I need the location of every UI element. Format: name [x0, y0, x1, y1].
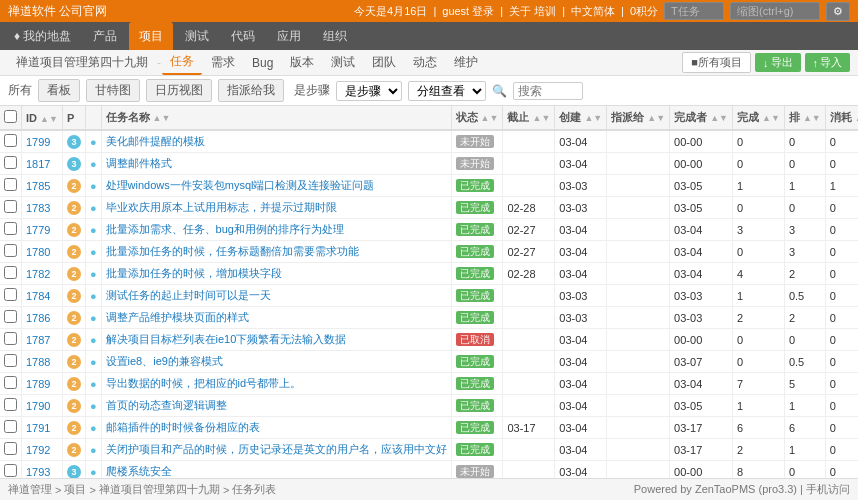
row-name[interactable]: 首页的动态查询逻辑调整 — [101, 395, 451, 417]
row-name[interactable]: 处理windows一件安装包mysql端口检测及连接验证问题 — [101, 175, 451, 197]
nav-code[interactable]: 代码 — [221, 22, 265, 50]
task-name-link[interactable]: 美化邮件提醒的模板 — [106, 135, 205, 147]
tab-kanban[interactable]: 看板 — [38, 79, 80, 102]
export-button[interactable]: ↓ 导出 — [755, 53, 801, 72]
subnav-version[interactable]: 版本 — [282, 51, 322, 74]
task-name-link[interactable]: 批量添加任务的时候，增加模块字段 — [106, 267, 282, 279]
header-consumed[interactable]: 消耗 ▲▼ — [825, 106, 858, 130]
row-name[interactable]: 调整产品维护模块页面的样式 — [101, 307, 451, 329]
task-name-link[interactable]: 设置ie8、ie9的兼容模式 — [106, 355, 223, 367]
task-name-link[interactable]: 调整邮件格式 — [106, 157, 172, 169]
subnav-team[interactable]: 团队 — [364, 51, 404, 74]
row-name[interactable]: 批量添加需求、任务、bug和用例的排序行为处理 — [101, 219, 451, 241]
header-deadline[interactable]: 截止 ▲▼ — [503, 106, 555, 130]
user-label[interactable]: guest 登录 — [442, 4, 494, 19]
header-id[interactable]: ID ▲▼ — [22, 106, 63, 130]
task-name-link[interactable]: 解决项目目标栏列表在ie10下频繁看无法输入数据 — [106, 333, 347, 345]
breadcrumb-project[interactable]: 项目 — [64, 482, 86, 497]
row-name[interactable]: 调整邮件格式 — [101, 153, 451, 175]
import-button[interactable]: ↑ 导入 — [805, 53, 851, 72]
row-name[interactable]: 测试任务的起止封时间可以是一天 — [101, 285, 451, 307]
header-complete[interactable]: 完成 ▲▼ — [733, 106, 785, 130]
row-checkbox[interactable] — [0, 153, 22, 175]
row-name[interactable]: 批量添加任务的时候，任务标题翻倍加需要需求功能 — [101, 241, 451, 263]
row-checkbox[interactable] — [0, 417, 22, 439]
row-checkbox[interactable] — [0, 219, 22, 241]
group-select[interactable]: 分组查看 按状态 按指派人 — [408, 81, 486, 101]
nav-apps[interactable]: 应用 — [267, 22, 311, 50]
subnav-testitem[interactable]: 测试 — [323, 51, 363, 74]
task-name-link[interactable]: 毕业欢庆用原本上试用用标志，并提示过期时限 — [106, 201, 337, 213]
header-created[interactable]: 创建 ▲▼ — [555, 106, 607, 130]
tab-calendar[interactable]: 日历视图 — [146, 79, 212, 102]
header-checkbox[interactable] — [0, 106, 22, 130]
row-name[interactable]: 导出数据的时候，把相应的id号都带上。 — [101, 373, 451, 395]
task-name-link[interactable]: 关闭护项目和产品的时候，历史记录还是英文的用户名，应该用中文好 — [106, 443, 447, 455]
task-name-link[interactable]: 批量添加任务的时候，任务标题翻倍加需要需求功能 — [106, 245, 359, 257]
row-checkbox[interactable] — [0, 285, 22, 307]
header-rank[interactable]: 排 ▲▼ — [784, 106, 825, 130]
select-all-checkbox[interactable] — [4, 110, 17, 123]
task-name-link[interactable]: 爬楼系统安全 — [106, 465, 172, 477]
header-finisher[interactable]: 完成者 ▲▼ — [670, 106, 733, 130]
subnav-requirement[interactable]: 需求 — [203, 51, 243, 74]
row-checkbox[interactable] — [0, 263, 22, 285]
subnav-task[interactable]: 任务 — [162, 50, 202, 75]
mobile-link[interactable]: 手机访问 — [806, 483, 850, 495]
tab-gantt[interactable]: 甘特图 — [86, 79, 140, 102]
row-name[interactable]: 设置ie8、ie9的兼容模式 — [101, 351, 451, 373]
row-name[interactable]: 爬楼系统安全 — [101, 461, 451, 479]
row-checkbox[interactable] — [0, 197, 22, 219]
nav-org[interactable]: 组织 — [313, 22, 357, 50]
row-checkbox[interactable] — [0, 351, 22, 373]
row-name[interactable]: 批量添加任务的时候，增加模块字段 — [101, 263, 451, 285]
breadcrumb-project-name[interactable]: 禅道项目管理第四十九期 — [99, 482, 220, 497]
tab-assignedme[interactable]: 指派给我 — [218, 79, 284, 102]
row-name[interactable]: 毕业欢庆用原本上试用用标志，并提示过期时限 — [101, 197, 451, 219]
status-sort-icon: ▲▼ — [481, 113, 499, 123]
task-search-input[interactable] — [664, 2, 724, 20]
task-name-link[interactable]: 测试任务的起止封时间可以是一天 — [106, 289, 271, 301]
row-name[interactable]: 美化邮件提醒的模板 — [101, 130, 451, 153]
task-name-link[interactable]: 邮箱插件的时时候备份相应的表 — [106, 421, 260, 433]
row-checkbox[interactable] — [0, 439, 22, 461]
subnav-maintain[interactable]: 维护 — [446, 51, 486, 74]
row-checkbox[interactable] — [0, 373, 22, 395]
row-name[interactable]: 邮箱插件的时时候备份相应的表 — [101, 417, 451, 439]
nav-project[interactable]: 项目 — [129, 22, 173, 50]
header-pri[interactable]: P — [62, 106, 85, 130]
row-checkbox[interactable] — [0, 307, 22, 329]
breadcrumb-admin[interactable]: 禅道管理 — [8, 482, 52, 497]
row-name[interactable]: 解决项目目标栏列表在ie10下频繁看无法输入数据 — [101, 329, 451, 351]
brand-label[interactable]: 禅道软件 公司官网 — [8, 3, 107, 20]
task-name-link[interactable]: 首页的动态查询逻辑调整 — [106, 399, 227, 411]
settings-button[interactable]: ⚙ — [826, 2, 850, 21]
nav-product[interactable]: 产品 — [83, 22, 127, 50]
subnav-bug[interactable]: Bug — [244, 53, 281, 73]
subnav-dynamic[interactable]: 动态 — [405, 51, 445, 74]
task-name-link[interactable]: 导出数据的时候，把相应的id号都带上。 — [106, 377, 302, 389]
row-name[interactable]: 关闭护项目和产品的时候，历史记录还是英文的用户名，应该用中文好 — [101, 439, 451, 461]
nav-myboard[interactable]: ♦ 我的地盘 — [4, 22, 81, 50]
task-name-link[interactable]: 调整产品维护模块页面的样式 — [106, 311, 249, 323]
row-checkbox[interactable] — [0, 175, 22, 197]
row-checkbox[interactable] — [0, 329, 22, 351]
row-checkbox[interactable] — [0, 461, 22, 479]
step-select[interactable]: 是步骤 否 — [336, 81, 402, 101]
header-name[interactable]: 任务名称 ▲▼ — [101, 106, 451, 130]
points-label[interactable]: 0积分 — [630, 4, 658, 19]
header-assignee[interactable]: 指派给 ▲▼ — [607, 106, 670, 130]
nav-test[interactable]: 测试 — [175, 22, 219, 50]
row-checkbox[interactable] — [0, 130, 22, 153]
shortcut-input[interactable] — [730, 2, 820, 20]
task-name-link[interactable]: 批量添加需求、任务、bug和用例的排序行为处理 — [106, 223, 344, 235]
task-name-link[interactable]: 处理windows一件安装包mysql端口检测及连接验证问题 — [106, 179, 375, 191]
row-checkbox[interactable] — [0, 395, 22, 417]
header-status[interactable]: 状态 ▲▼ — [451, 106, 503, 130]
row-checkbox[interactable] — [0, 241, 22, 263]
search-input[interactable] — [513, 82, 583, 100]
about-label[interactable]: 关于 培训 — [509, 4, 556, 19]
subnav-project-name[interactable]: 禅道项目管理第四十九期 — [8, 51, 156, 74]
all-projects-button[interactable]: ■所有项目 — [682, 52, 751, 73]
lang-label[interactable]: 中文简体 — [571, 4, 615, 19]
